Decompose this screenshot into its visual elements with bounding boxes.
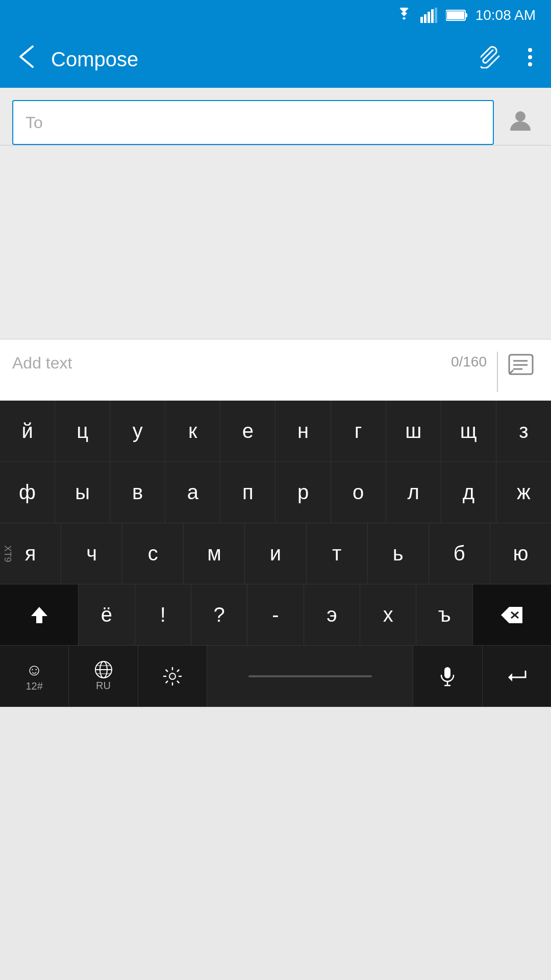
key-ч[interactable]: ч [61,523,122,584]
key-д[interactable]: д [441,462,496,523]
back-button[interactable] [12,39,41,79]
key-exclaim[interactable]: ! [135,584,191,646]
key-ы[interactable]: ы [55,462,110,523]
status-bar: 10:08 AM [0,0,551,31]
key-э[interactable]: э [304,584,360,646]
key-л[interactable]: л [386,462,441,523]
key-г[interactable]: г [331,401,386,462]
svg-rect-0 [420,17,423,23]
key-ш[interactable]: ш [386,401,441,462]
svg-point-8 [528,48,532,52]
keyboard-row-3: XT9 я ч с м и т ь б ю [0,523,551,584]
key-м[interactable]: м [184,523,245,584]
key-н[interactable]: н [276,401,331,462]
app-bar-actions [475,41,539,78]
svg-rect-3 [431,9,434,23]
battery-icon [446,9,468,21]
key-я[interactable]: XT9 я [0,523,61,584]
key-б[interactable]: б [429,523,490,584]
svg-rect-2 [428,12,430,23]
key-dash[interactable]: - [247,584,304,646]
key-с[interactable]: с [122,523,184,584]
settings-key[interactable] [138,646,207,707]
svg-point-9 [528,55,532,59]
keyboard: й ц у к е н г ш щ з ф ы в а п р о л д ж … [0,401,551,707]
svg-point-10 [528,62,532,66]
language-key[interactable]: RU [69,646,138,707]
key-ъ[interactable]: ъ [416,584,472,646]
key-щ[interactable]: щ [441,401,496,462]
keyboard-bottom-row: ☺ 12# RU [0,646,551,707]
key-т[interactable]: т [307,523,368,584]
key-ц[interactable]: ц [55,401,110,462]
key-х[interactable]: х [360,584,416,646]
backspace-key[interactable] [473,584,551,646]
key-к[interactable]: к [165,401,220,462]
key-а[interactable]: а [165,462,220,523]
spacebar-key[interactable] [207,646,413,707]
status-icons: 10:08 AM [395,7,536,23]
key-ф[interactable]: ф [0,462,55,523]
key-в[interactable]: в [110,462,165,523]
shift-key[interactable] [0,584,79,646]
status-time: 10:08 AM [475,7,536,23]
wifi-icon [395,8,413,23]
key-о[interactable]: о [331,462,386,523]
key-question[interactable]: ? [191,584,247,646]
key-у[interactable]: у [110,401,165,462]
to-input[interactable] [26,113,481,132]
page-title: Compose [51,48,465,71]
key-ь[interactable]: ь [368,523,429,584]
key-и[interactable]: и [245,523,306,584]
emoji-key[interactable]: ☺ 12# [0,646,69,707]
key-ж[interactable]: ж [496,462,551,523]
more-button[interactable] [521,41,539,78]
keyboard-row-1: й ц у к е н г ш щ з [0,401,551,462]
key-з[interactable]: з [496,401,551,462]
key-р[interactable]: р [276,462,331,523]
contact-picker-button[interactable] [502,102,539,139]
key-п[interactable]: п [220,462,276,523]
key-й[interactable]: й [0,401,55,462]
app-bar: Compose [0,31,551,88]
message-body-area [0,145,551,339]
divider [497,352,498,392]
compose-area: Add text 0/160 [0,339,551,401]
keyboard-row-2: ф ы в а п р о л д ж [0,462,551,523]
svg-rect-24 [444,667,450,678]
xt9-label: XT9 [2,545,13,562]
key-ю[interactable]: ю [490,523,551,584]
to-field-wrapper [12,100,494,145]
template-button[interactable] [508,352,539,379]
enter-key[interactable] [483,646,551,707]
attach-button[interactable] [475,41,506,78]
svg-rect-1 [424,14,427,23]
svg-rect-6 [447,11,464,19]
character-counter: 0/160 [451,352,487,370]
to-field-area [0,88,551,145]
mic-key[interactable] [413,646,482,707]
svg-rect-4 [435,8,437,23]
svg-point-23 [169,673,176,679]
keyboard-row-4: ё ! ? - э х ъ [0,584,551,646]
svg-rect-7 [465,13,467,17]
key-е[interactable]: е [220,401,276,462]
message-input-placeholder[interactable]: Add text [12,352,451,382]
key-ё[interactable]: ё [79,584,135,646]
signal-icon [420,8,439,23]
svg-point-11 [515,111,525,121]
